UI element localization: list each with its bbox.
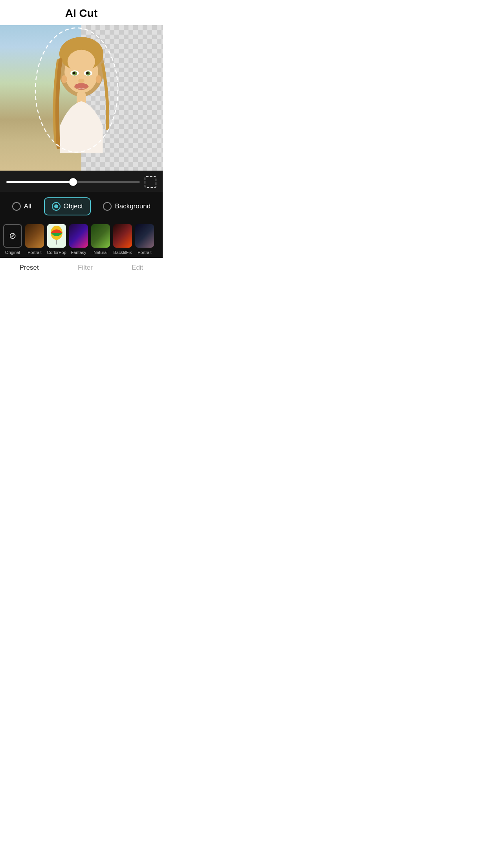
bottom-navigation: Preset Filter Edit: [0, 258, 163, 279]
mode-selector: All Object Background: [0, 192, 163, 220]
preset-fantasy-thumb: [69, 224, 88, 248]
preset-colorpop-thumb: [47, 224, 66, 248]
no-symbol-icon: ⊘: [9, 232, 16, 240]
radio-object-fill: [54, 204, 58, 208]
radio-all: [12, 202, 21, 211]
preset-original[interactable]: ⊘ Original: [2, 224, 24, 255]
svg-point-9: [86, 72, 88, 74]
preset-colorpop[interactable]: CorlorPop: [46, 224, 68, 255]
slider-fill: [6, 181, 73, 183]
mode-object[interactable]: Object: [44, 197, 91, 215]
preset-original-thumb: ⊘: [3, 224, 22, 248]
svg-point-11: [75, 83, 88, 88]
preset-backlitfix[interactable]: BacklitFix: [112, 224, 134, 255]
nav-filter[interactable]: Filter: [78, 264, 93, 272]
preset-list: ⊘ Original Portrait CorlorPop Fantasy: [0, 220, 163, 258]
slider-container: [0, 171, 163, 192]
preset-fantasy-label: Fantasy: [71, 250, 86, 255]
preset-original-label: Original: [5, 250, 20, 255]
mode-object-label: Object: [64, 202, 83, 210]
page-title: AI Cut: [65, 7, 97, 19]
slider-thumb[interactable]: [69, 178, 77, 186]
preset-natural-thumb: [91, 224, 110, 248]
preset-portrait1-label: Portrait: [28, 250, 41, 255]
nav-edit[interactable]: Edit: [132, 264, 143, 272]
preset-fantasy[interactable]: Fantasy: [68, 224, 90, 255]
preset-colorpop-label: CorlorPop: [47, 250, 66, 255]
image-preview: [0, 25, 163, 171]
svg-point-8: [73, 72, 75, 74]
svg-point-13: [61, 75, 67, 83]
svg-point-10: [78, 79, 84, 83]
radio-object: [52, 202, 61, 211]
preset-backlitfix-label: BacklitFix: [113, 250, 132, 255]
svg-point-14: [96, 75, 101, 83]
mode-all-label: All: [24, 202, 31, 210]
mode-background[interactable]: Background: [95, 197, 158, 215]
nav-preset[interactable]: Preset: [20, 264, 39, 272]
app-header: AI Cut: [0, 0, 163, 25]
mode-background-label: Background: [115, 202, 150, 210]
preset-portrait2[interactable]: Portrait: [134, 224, 156, 255]
radio-background: [103, 202, 112, 211]
preset-natural-label: Natural: [94, 250, 107, 255]
svg-point-3: [68, 50, 95, 73]
preset-portrait1-thumb: [25, 224, 44, 248]
split-view-icon[interactable]: [145, 176, 156, 188]
subject-overlay: [33, 37, 130, 153]
mode-all[interactable]: All: [4, 197, 39, 215]
preset-natural[interactable]: Natural: [90, 224, 112, 255]
preset-portrait1[interactable]: Portrait: [24, 224, 46, 255]
preset-portrait2-thumb: [135, 224, 154, 248]
preset-backlitfix-thumb: [113, 224, 132, 248]
preset-portrait2-label: Portrait: [138, 250, 151, 255]
comparison-slider[interactable]: [6, 181, 140, 183]
